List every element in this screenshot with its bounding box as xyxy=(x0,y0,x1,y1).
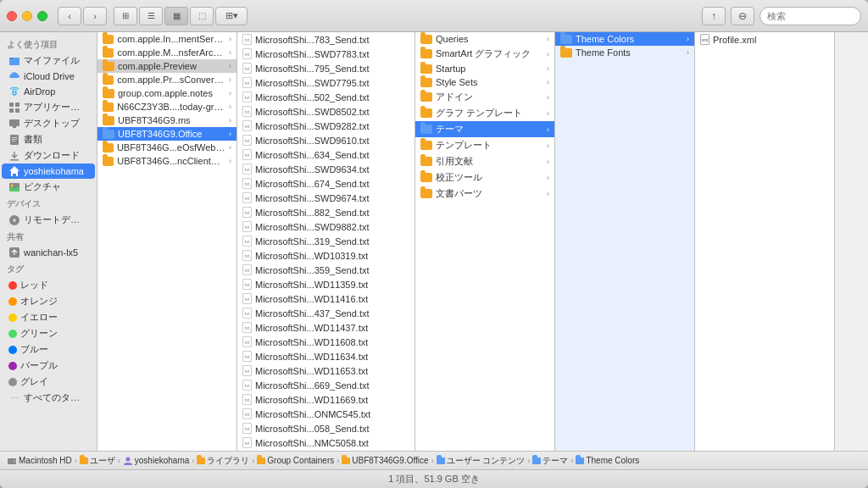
list-item[interactable]: SmartArt グラフィック› xyxy=(415,46,554,62)
list-item[interactable]: txtMicrosoftShi...WD10319.txt xyxy=(237,248,415,263)
list-item[interactable]: Style Sets› xyxy=(415,75,554,89)
breadcrumb-item-theme-colors[interactable]: Theme Colors xyxy=(576,456,639,465)
breadcrumb-item-group-containers[interactable]: Group Containers xyxy=(257,456,334,465)
list-item[interactable]: txtMicrosoftShi...319_Send.txt xyxy=(237,234,415,248)
sidebar-tag-purple[interactable]: パープル xyxy=(2,358,95,374)
breadcrumb-item-hdd[interactable]: Macintosh HD xyxy=(7,456,72,466)
sidebar-item-airdrop[interactable]: AirDrop xyxy=(2,84,95,99)
list-item[interactable]: txtMicrosoftShi...058_Send.txt xyxy=(237,421,415,435)
edit-tags-button[interactable]: ⊖ xyxy=(731,7,754,25)
breadcrumb-arrow: › xyxy=(192,457,194,465)
column-2: txtMicrosoftShi...783_Send.txt txtMicros… xyxy=(237,32,415,451)
list-item[interactable]: com.apple.Pr...sConversion› xyxy=(97,73,236,86)
list-item[interactable]: txtMicrosoftShi...SWD9882.txt xyxy=(237,219,415,234)
column-view-button[interactable]: ▦ xyxy=(164,7,188,25)
list-item[interactable]: 引用文献› xyxy=(415,153,554,169)
sidebar-item-documents[interactable]: 書類 xyxy=(2,131,95,147)
breadcrumb-item-yoshie[interactable]: yoshiekohama xyxy=(123,456,189,466)
list-item[interactable]: Queries› xyxy=(415,32,554,46)
sidebar-item-myfiles[interactable]: マイファイル xyxy=(2,53,95,69)
sidebar-item-icloud[interactable]: iCloud Drive xyxy=(2,69,95,84)
list-item[interactable]: txtMicrosoftShi...783_Send.txt xyxy=(237,32,415,47)
sidebar-item-remotedisk[interactable]: リモートディスク xyxy=(2,212,95,228)
list-item[interactable]: txtMicrosoftShi...SWD9674.txt xyxy=(237,191,415,205)
disk-icon xyxy=(8,214,20,226)
finder-window: ‹ › ⊞ ☰ ▦ ⬚ ⊞▾ ↑ ⊖ よく使う項目 マイファイル xyxy=(0,0,868,488)
search-input[interactable] xyxy=(760,7,861,25)
breadcrumb-item-theme[interactable]: テーマ xyxy=(532,455,568,467)
list-item[interactable]: txtMicrosoftShi...437_Send.txt xyxy=(237,306,415,320)
list-item[interactable]: Startup› xyxy=(415,62,554,75)
svg-point-21 xyxy=(125,457,130,461)
sidebar-tag-orange[interactable]: オレンジ xyxy=(2,293,95,309)
list-item[interactable]: txtMicrosoftShi...674_Send.txt xyxy=(237,176,415,191)
sidebar-item-wanichan[interactable]: wanichan-lx5 xyxy=(2,245,95,260)
sidebar-tag-all[interactable]: ⋯ すべてのタグ… xyxy=(2,390,95,406)
list-item[interactable]: txtMicrosoftShi...634_Send.txt xyxy=(237,147,415,162)
list-item[interactable]: txtMicrosoftShi...WD11634.txt xyxy=(237,349,415,363)
minimize-button[interactable] xyxy=(22,11,32,21)
maximize-button[interactable] xyxy=(37,11,47,21)
breadcrumb-item-user[interactable]: ユーザ xyxy=(80,455,115,467)
list-item[interactable]: txtMicrosoftShi...WD11669.txt xyxy=(237,392,415,407)
sidebar-tag-green[interactable]: グリーン xyxy=(2,325,95,341)
sidebar-tag-red[interactable]: レッド xyxy=(2,277,95,293)
cover-flow-button[interactable]: ⬚ xyxy=(190,7,214,25)
list-item[interactable]: txtMicrosoftShi...502_Send.txt xyxy=(237,90,415,104)
list-item[interactable]: txtMicrosoftShi...669_Send.txt xyxy=(237,378,415,392)
back-button[interactable]: ‹ xyxy=(58,7,81,25)
list-item[interactable]: アドイン› xyxy=(415,89,554,105)
list-item[interactable]: txtMicrosoftShi...795_Send.txt xyxy=(237,61,415,75)
list-item-theme-colors[interactable]: Theme Colors› xyxy=(555,32,694,46)
list-item[interactable]: txtMicrosoftShi...SWD8502.txt xyxy=(237,104,415,119)
list-item[interactable]: txtMicrosoftShi...ONMC545.txt xyxy=(237,407,415,421)
list-item[interactable]: 校正ツール› xyxy=(415,169,554,186)
list-item[interactable]: txtMicrosoftShi...WD11359.txt xyxy=(237,277,415,291)
list-item[interactable]: txtMicrosoftShi...SWD7795.txt xyxy=(237,75,415,90)
sidebar-tag-blue[interactable]: ブルー xyxy=(2,341,95,358)
list-item[interactable]: txtMicrosoftShi...SWD9634.txt xyxy=(237,162,415,176)
sidebar-tag-yellow[interactable]: イエロー xyxy=(2,309,95,325)
list-item[interactable]: txtMicrosoftShi...WD11653.txt xyxy=(237,363,415,378)
list-item[interactable]: txtMicrosoftShi...SWD9610.txt xyxy=(237,133,415,147)
list-item[interactable]: group.com.apple.notes› xyxy=(97,86,236,100)
breadcrumb-item-library[interactable]: ライブラリ xyxy=(197,455,249,467)
list-item-theme[interactable]: テーマ› xyxy=(415,121,554,137)
list-item[interactable]: テンプレート› xyxy=(415,137,554,153)
breadcrumb-item-user-contents[interactable]: ユーザー コンテンツ xyxy=(437,455,526,467)
list-item[interactable]: com.apple.In...mentService› xyxy=(97,32,236,46)
sidebar-item-apps[interactable]: アプリケーション xyxy=(2,99,95,115)
sidebar-tag-gray[interactable]: グレイ xyxy=(2,374,95,390)
list-item[interactable]: txtMicrosoftShi...WD11437.txt xyxy=(237,320,415,335)
list-item[interactable]: txtMicrosoftShi...WD11416.txt xyxy=(237,291,415,306)
list-item[interactable]: txtMicrosoftShi...WD11608.txt xyxy=(237,335,415,349)
arrange-button[interactable]: ⊞▾ xyxy=(215,7,248,25)
share-button[interactable]: ↑ xyxy=(702,7,726,25)
list-item[interactable]: txtMicrosoftShi...NMC5058.txt xyxy=(237,435,415,450)
list-view-button[interactable]: ☰ xyxy=(139,7,163,25)
list-item[interactable]: txtMicrosoftShi...SWD9282.txt xyxy=(237,119,415,133)
list-item[interactable]: txtMicrosoftShi...SWD7783.txt xyxy=(237,47,415,61)
forward-button[interactable]: › xyxy=(83,7,107,25)
list-item-preview[interactable]: com.apple.Preview› xyxy=(97,59,236,73)
sidebar-item-downloads[interactable]: ダウンロード xyxy=(2,147,95,164)
list-item[interactable]: UBF8T346G9.ms› xyxy=(97,114,236,127)
sidebar-item-label: yoshiekohama xyxy=(24,166,84,176)
sidebar-item-pictures[interactable]: ピクチャ xyxy=(2,179,95,195)
list-item[interactable]: UBF8T346G...eOsfWebHost› xyxy=(97,141,236,154)
sidebar-item-yoshie[interactable]: yoshiekohama xyxy=(2,164,95,179)
list-item[interactable]: 文書パーツ› xyxy=(415,186,554,202)
sidebar-item-desktop[interactable]: デスクトップ xyxy=(2,115,95,131)
breadcrumb-item-office[interactable]: UBF8T346G9.Office xyxy=(342,456,428,465)
list-item-theme-fonts[interactable]: Theme Fonts› xyxy=(555,46,694,59)
close-button[interactable] xyxy=(7,11,17,21)
icon-view-button[interactable]: ⊞ xyxy=(114,7,137,25)
list-item[interactable]: com.apple.M...nsferArchive› xyxy=(97,46,236,59)
list-item[interactable]: txtMicrosoftShi...882_Send.txt xyxy=(237,205,415,219)
list-item[interactable]: グラフ テンプレート› xyxy=(415,105,554,121)
list-item-profile-xml[interactable]: xmlProfile.xml xyxy=(695,32,834,47)
list-item-office[interactable]: UBF8T346G9.Office› xyxy=(97,127,236,141)
list-item[interactable]: N66CZ3Y3B....today-group-› xyxy=(97,100,236,114)
list-item[interactable]: UBF8T346G...ncClientSuite› xyxy=(97,154,236,168)
list-item[interactable]: txtMicrosoftShi...359_Send.txt xyxy=(237,263,415,277)
